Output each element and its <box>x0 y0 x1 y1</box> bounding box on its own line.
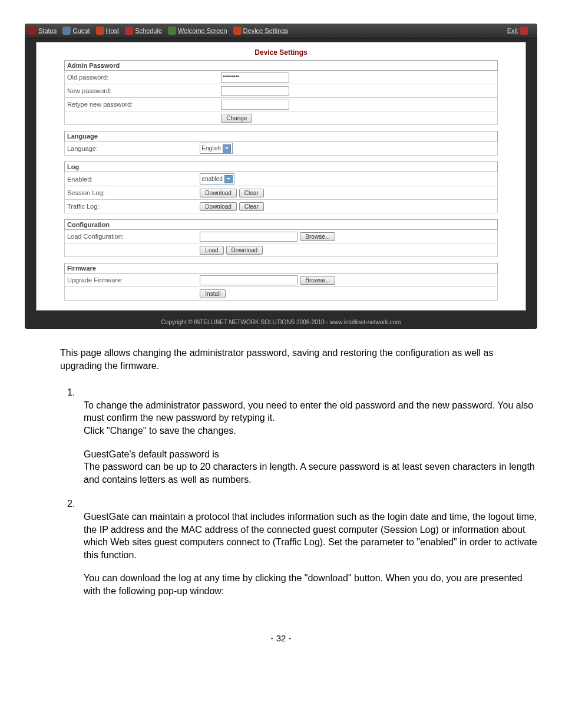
nav-guest[interactable]: Guest <box>62 27 90 35</box>
section-header: Admin Password <box>64 60 498 71</box>
section-firmware: Firmware Upgrade Firmware: Browse... Ins… <box>64 263 498 301</box>
nav-welcome[interactable]: Welcome Screen <box>168 27 227 35</box>
chevron-down-icon <box>224 175 233 183</box>
panel-title: Device Settings <box>40 46 522 60</box>
section-admin-password: Admin Password Old password: •••••••• Ne… <box>64 60 498 125</box>
item2-p2: You can download the log at any time by … <box>84 572 537 597</box>
language-select[interactable]: English <box>200 143 233 154</box>
new-password-input[interactable] <box>221 86 289 96</box>
load-config-label: Load Configuration: <box>67 233 221 240</box>
list-number-2: 2. <box>67 498 84 510</box>
page-number: - 32 - <box>25 633 537 643</box>
session-log-label: Session Log: <box>67 189 221 196</box>
firmware-browse-button[interactable]: Browse... <box>300 276 335 285</box>
old-password-label: Old password: <box>67 74 221 81</box>
intro-paragraph: This page allows changing the administra… <box>60 347 537 372</box>
nav-host-label: Host <box>106 27 120 34</box>
settings-panel: Device Settings Admin Password Old passw… <box>36 42 526 311</box>
new-password-label: New password: <box>67 87 221 94</box>
nav-status-label: Status <box>38 27 57 34</box>
firmware-install-button[interactable]: Install <box>200 289 226 298</box>
change-button[interactable]: Change <box>221 114 252 123</box>
config-load-button[interactable]: Load <box>200 246 223 255</box>
top-nav: Status Guest Host Schedule Welcome Scree… <box>25 24 537 38</box>
nav-status[interactable]: Status <box>28 27 57 35</box>
calendar-icon <box>125 27 133 35</box>
session-clear-button[interactable]: Clear <box>239 189 264 197</box>
exit-icon <box>520 27 528 35</box>
item1-p4: The password can be up to 20 characters … <box>84 460 537 486</box>
gear-icon <box>233 27 242 35</box>
config-browse-button[interactable]: Browse... <box>300 232 335 241</box>
item2-p1: GuestGate can maintain a protocol that i… <box>84 510 537 561</box>
nav-device-label: Device Settings <box>243 27 288 34</box>
traffic-log-label: Traffic Log: <box>67 203 221 210</box>
magnifier-icon <box>28 27 37 35</box>
copyright-text: Copyright © INTELLINET NETWORK SOLUTIONS… <box>25 317 537 329</box>
home-icon <box>96 27 104 35</box>
section-header: Language <box>64 131 498 141</box>
item1-p3: GuestGate's default password is <box>84 448 537 461</box>
old-password-input[interactable]: •••••••• <box>221 73 289 83</box>
nav-exit-label: Exit <box>507 27 518 34</box>
device-settings-screenshot: Status Guest Host Schedule Welcome Scree… <box>25 24 537 329</box>
retype-password-input[interactable] <box>221 100 289 110</box>
language-label: Language: <box>67 145 221 152</box>
firmware-file-input[interactable] <box>200 275 297 285</box>
upgrade-firmware-label: Upgrade Firmware: <box>67 276 221 284</box>
nav-schedule-label: Schedule <box>135 27 162 34</box>
session-download-button[interactable]: Download <box>200 189 236 197</box>
nav-host[interactable]: Host <box>96 27 120 35</box>
log-enabled-select[interactable]: enabled <box>200 173 234 185</box>
section-header: Configuration <box>64 219 498 230</box>
nav-schedule[interactable]: Schedule <box>125 27 162 35</box>
nav-device[interactable]: Device Settings <box>233 27 288 35</box>
retype-password-label: Retype new password: <box>67 101 221 108</box>
nav-exit[interactable]: Exit <box>507 27 528 35</box>
list-number-1: 1. <box>67 386 84 399</box>
section-header: Log <box>64 162 498 172</box>
nav-welcome-label: Welcome Screen <box>178 27 227 34</box>
item1-p2: Click "Change" to save the changes. <box>84 424 537 437</box>
config-file-input[interactable] <box>200 232 297 242</box>
traffic-download-button[interactable]: Download <box>200 202 236 211</box>
user-icon <box>62 27 71 35</box>
section-header: Firmware <box>64 263 498 274</box>
page-icon <box>168 27 176 35</box>
log-enabled-label: Enabled: <box>67 176 221 183</box>
nav-guest-label: Guest <box>72 27 90 34</box>
section-log: Log Enabled: enabled Session Log: Downlo… <box>64 162 498 213</box>
config-download-button[interactable]: Download <box>226 246 263 255</box>
section-language: Language Language: English <box>64 131 498 156</box>
traffic-clear-button[interactable]: Clear <box>239 202 264 211</box>
chevron-down-icon <box>223 144 231 153</box>
section-configuration: Configuration Load Configuration: Browse… <box>64 219 498 257</box>
item1-p1: To change the administrator password, yo… <box>84 399 537 424</box>
